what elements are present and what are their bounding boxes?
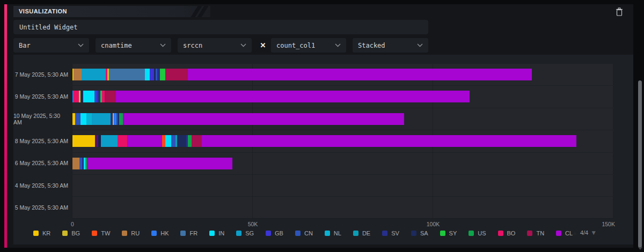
- bar-segment-KR[interactable]: [72, 135, 95, 147]
- bar-segment-SG[interactable]: [92, 113, 111, 125]
- legend-item-CL[interactable]: CL: [556, 230, 573, 236]
- legend-item-GB[interactable]: GB: [266, 230, 283, 236]
- bar-segment-CL[interactable]: [87, 158, 232, 169]
- x-tick-label: 100K: [427, 221, 440, 227]
- x-axis-field-value: cnamtime: [101, 42, 160, 49]
- legend-label: SG: [245, 230, 254, 236]
- legend-item-FR[interactable]: FR: [180, 230, 197, 236]
- bar-segment-SA[interactable]: [177, 135, 186, 147]
- bar-segment-SY[interactable]: [160, 69, 165, 80]
- legend-swatch-icon: [236, 231, 241, 236]
- y-axis-labels: 7 May 2025, 5:30 AM9 May 2025, 5:30 AM10…: [13, 63, 68, 219]
- bar-row: [72, 108, 613, 130]
- y-axis-label: 6 May 2025, 5:30 AM: [13, 152, 68, 174]
- split-by-field-dropdown[interactable]: srccn: [178, 38, 252, 53]
- legend-item-RU[interactable]: RU: [122, 230, 140, 236]
- legend-item-SV[interactable]: SV: [382, 230, 399, 236]
- x-axis-ticks: 050K100K150K: [72, 221, 613, 228]
- legend-swatch-icon: [33, 231, 39, 236]
- bar-segment-CL[interactable]: [123, 113, 404, 125]
- scrollbar-down-arrow[interactable]: [638, 247, 642, 250]
- legend-item-SA[interactable]: SA: [411, 230, 428, 236]
- legend-swatch-icon: [440, 231, 445, 236]
- bar-segment-US[interactable]: [119, 113, 123, 125]
- legend-item-CN[interactable]: CN: [295, 230, 313, 236]
- legend-item-DE[interactable]: DE: [353, 230, 370, 236]
- y-axis-field-dropdown[interactable]: count_col1: [271, 38, 346, 53]
- legend-item-SG[interactable]: SG: [236, 230, 254, 236]
- x-tick-label: 150K: [602, 221, 615, 227]
- legend-swatch-icon: [353, 231, 358, 236]
- legend-label: FR: [189, 230, 197, 236]
- chevron-down-icon: [240, 43, 246, 47]
- legend-item-BG[interactable]: BG: [62, 230, 80, 236]
- widget-name-input[interactable]: [13, 20, 428, 34]
- bar-row: [72, 85, 613, 107]
- bar-segment-US[interactable]: [188, 135, 192, 147]
- bar-segment-TN[interactable]: [105, 91, 116, 102]
- x-axis-field-dropdown[interactable]: cnamtime: [96, 38, 171, 53]
- close-icon: ✕: [260, 41, 266, 49]
- y-axis-label: 10 May 2025, 5:30 AM: [13, 108, 68, 130]
- bar-segment-IN[interactable]: [145, 69, 150, 80]
- bar-segment-IN[interactable]: [83, 91, 94, 102]
- legend-item-US[interactable]: US: [469, 230, 486, 236]
- split-by-field-value: srccn: [183, 42, 240, 49]
- bar-row: [72, 196, 613, 218]
- stacked-bar: [72, 69, 532, 80]
- bar-segment-IN[interactable]: [165, 135, 171, 147]
- bar-segment-SG[interactable]: [82, 69, 106, 80]
- remove-split-field-button[interactable]: ✕: [257, 38, 269, 53]
- bar-segment-BO[interactable]: [118, 135, 127, 147]
- legend-label: NL: [334, 230, 341, 236]
- delete-widget-button[interactable]: [614, 6, 625, 17]
- y-axis-label: 4 May 2025, 5:30 AM: [13, 174, 68, 196]
- bar-segment-FR[interactable]: [109, 69, 145, 80]
- bar-segment-RU[interactable]: [74, 69, 82, 80]
- legend-swatch-icon: [62, 231, 68, 236]
- legend-item-TN[interactable]: TN: [527, 230, 544, 236]
- bar-segment-NL[interactable]: [86, 113, 91, 125]
- page-down-button[interactable]: ▼: [590, 229, 597, 236]
- legend-label: CN: [304, 230, 313, 236]
- bar-segment-CN[interactable]: [171, 135, 176, 147]
- bar-segment-GB[interactable]: [150, 69, 154, 80]
- trash-icon: [616, 8, 623, 16]
- bar-chart: 7 May 2025, 5:30 AM9 May 2025, 5:30 AM10…: [13, 55, 633, 244]
- x-tick-label: 50K: [248, 221, 258, 227]
- legend-item-BO[interactable]: BO: [498, 230, 516, 236]
- bar-segment-IN[interactable]: [80, 113, 86, 125]
- bar-segment-RU[interactable]: [72, 158, 79, 169]
- legend-label: SV: [391, 230, 399, 236]
- stack-mode-dropdown[interactable]: Stacked: [353, 38, 428, 53]
- vertical-scrollbar-thumb[interactable]: [638, 80, 642, 248]
- bar-segment-SG[interactable]: [101, 135, 117, 147]
- chart-type-dropdown[interactable]: Bar: [13, 38, 89, 53]
- bar-segment-CL[interactable]: [188, 69, 532, 80]
- bar-segment-BO[interactable]: [74, 91, 79, 102]
- bar-segment-CL[interactable]: [202, 135, 577, 147]
- legend-pagination: ▲ 4/4 ▼: [572, 229, 597, 236]
- legend-item-TW[interactable]: TW: [92, 230, 110, 236]
- stack-mode-value: Stacked: [358, 42, 417, 49]
- legend-label: US: [478, 230, 486, 236]
- page-up-button[interactable]: ▲: [572, 229, 578, 236]
- legend-item-KR[interactable]: KR: [33, 230, 50, 236]
- legend-swatch-icon: [180, 231, 186, 236]
- visualization-title: VISUALIZATION: [19, 8, 67, 14]
- y-axis-label: 9 May 2025, 5:30 AM: [13, 85, 68, 107]
- legend-label: TW: [101, 230, 110, 236]
- legend-swatch-icon: [92, 231, 97, 236]
- bar-segment-CL[interactable]: [127, 135, 162, 147]
- legend-item-IN[interactable]: IN: [209, 230, 224, 236]
- legend-item-NL[interactable]: NL: [325, 230, 341, 236]
- bar-segment-TN[interactable]: [165, 69, 188, 80]
- bar-segment-CN[interactable]: [75, 113, 81, 125]
- y-axis-label: 7 May 2025, 5:30 AM: [13, 63, 68, 85]
- legend-label: IN: [218, 230, 224, 236]
- legend-item-HK[interactable]: HK: [151, 230, 169, 236]
- bar-segment-CL[interactable]: [116, 91, 470, 102]
- chevron-down-icon: [160, 43, 166, 47]
- bar-segment-TN[interactable]: [192, 135, 201, 147]
- legend-item-SY[interactable]: SY: [440, 230, 457, 236]
